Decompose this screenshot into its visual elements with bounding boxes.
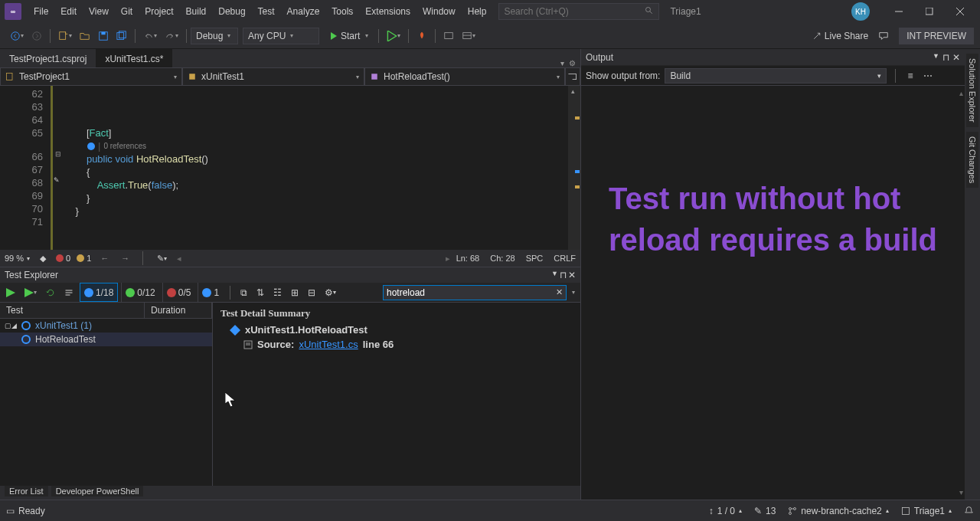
- code-editor[interactable]: 62636465 666768697071 ⊟ ✎ [Fact] |0 refe…: [0, 86, 580, 250]
- undo-button[interactable]: ▾: [139, 28, 161, 44]
- tab-xunittest[interactable]: xUnitTest1.cs*: [96, 49, 172, 67]
- line-ending[interactable]: CRLF: [554, 254, 576, 263]
- nav-class-dropdown[interactable]: xUnitTest1: [182, 67, 364, 86]
- start-debug-button[interactable]: Start▾: [324, 31, 374, 41]
- menu-test[interactable]: Test: [252, 0, 281, 23]
- status-bell-icon[interactable]: [964, 506, 974, 516]
- status-repo[interactable]: Triage1▴: [901, 506, 952, 516]
- nav-fwd-button[interactable]: [28, 28, 46, 44]
- clear-search-icon[interactable]: ✕: [556, 287, 563, 297]
- tab-error-list[interactable]: Error List: [5, 486, 48, 496]
- feedback-button[interactable]: [874, 28, 893, 44]
- platform-dropdown[interactable]: Any CPU: [243, 28, 319, 44]
- tab-overflow-icon[interactable]: ▾: [560, 59, 564, 67]
- menu-edit[interactable]: Edit: [54, 0, 83, 23]
- menu-file[interactable]: File: [28, 0, 54, 23]
- col-duration[interactable]: Duration: [145, 303, 212, 318]
- codelens-refs[interactable]: 0 references: [103, 139, 146, 152]
- menu-view[interactable]: View: [83, 0, 115, 23]
- menu-debug[interactable]: Debug: [212, 0, 251, 23]
- nav-split-button[interactable]: ⫎: [565, 67, 580, 86]
- nav-member-dropdown[interactable]: HotReloadTest(): [364, 67, 565, 86]
- count-fail[interactable]: 0/5: [178, 287, 191, 298]
- tab-settings-icon[interactable]: ⚙: [569, 59, 576, 67]
- count-notrun[interactable]: 1: [214, 287, 219, 298]
- menu-extensions[interactable]: Extensions: [359, 0, 416, 23]
- test-search-input[interactable]: [387, 287, 556, 298]
- rail-solution-explorer[interactable]: Solution Explorer: [966, 54, 978, 127]
- next-issue-button[interactable]: →: [118, 254, 132, 263]
- global-search-input[interactable]: [504, 6, 645, 17]
- menu-help[interactable]: Help: [462, 0, 493, 23]
- tab-csproj[interactable]: TestProject1.csproj: [0, 49, 96, 67]
- output-scroll-down[interactable]: ▾: [959, 488, 963, 496]
- start-without-debug-button[interactable]: ▾: [383, 28, 404, 44]
- tab-dev-powershell[interactable]: Developer PowerShell: [51, 486, 144, 496]
- te-group-button[interactable]: ☷: [270, 286, 285, 300]
- close-button[interactable]: [945, 0, 975, 23]
- tree-root[interactable]: ▢◢ xUnitTest1 (1): [0, 319, 212, 333]
- menu-build[interactable]: Build: [180, 0, 213, 23]
- global-search[interactable]: [498, 3, 659, 20]
- save-button[interactable]: [94, 28, 113, 44]
- menu-window[interactable]: Window: [416, 0, 462, 23]
- config-dropdown[interactable]: Debug: [191, 28, 238, 44]
- code-area[interactable]: [Fact] |0 references public void HotRelo…: [64, 86, 568, 250]
- playlist-button[interactable]: [61, 287, 77, 299]
- int-preview-badge[interactable]: INT PREVIEW: [899, 28, 974, 44]
- menu-analyze[interactable]: Analyze: [281, 0, 326, 23]
- run-all-button[interactable]: [3, 287, 18, 299]
- output-clear-button[interactable]: ≡: [904, 69, 916, 83]
- live-share-button[interactable]: Live Share: [812, 31, 868, 41]
- te-filter-button[interactable]: ⇅: [253, 286, 267, 300]
- menu-tools[interactable]: Tools: [325, 0, 359, 23]
- count-pass[interactable]: 0/12: [137, 287, 155, 298]
- open-button[interactable]: [76, 28, 94, 44]
- output-body[interactable]: ▴ Test run without hot reload requires a…: [581, 86, 965, 500]
- output-scroll-up[interactable]: ▴: [959, 89, 963, 97]
- new-item-button[interactable]: ▾: [54, 28, 76, 44]
- rail-git-changes[interactable]: Git Changes: [966, 132, 978, 188]
- status-selection[interactable]: ↕1 / 0▴: [709, 506, 742, 516]
- maximize-button[interactable]: [914, 0, 945, 23]
- nav-project-dropdown[interactable]: TestProject1: [0, 67, 182, 86]
- menu-git[interactable]: Git: [115, 0, 139, 23]
- tree-item-hotreloadtest[interactable]: HotReloadTest: [0, 333, 212, 346]
- panel-dropdown-icon[interactable]: ▼: [551, 270, 558, 280]
- hot-reload-button[interactable]: [413, 28, 431, 44]
- menu-project[interactable]: Project: [139, 0, 179, 23]
- panel-close-icon[interactable]: ✕: [568, 270, 576, 280]
- nav-back-button[interactable]: ▾: [6, 28, 28, 44]
- codelens-icon[interactable]: [87, 143, 95, 150]
- source-file-link[interactable]: xUnitTest1.cs: [299, 339, 358, 350]
- prev-issue-button[interactable]: ←: [97, 254, 112, 263]
- output-pin-icon[interactable]: ⊓: [942, 52, 949, 63]
- zoom-level[interactable]: 99 %: [5, 254, 30, 263]
- editor-scrollbar[interactable]: ▴: [568, 86, 580, 250]
- panel-pin-icon[interactable]: ⊓: [560, 270, 567, 280]
- save-all-button[interactable]: [113, 28, 131, 44]
- indent-mode[interactable]: SPC: [526, 254, 544, 263]
- minimize-button[interactable]: [884, 0, 914, 23]
- output-close-icon[interactable]: ✕: [952, 52, 960, 63]
- test-search-box[interactable]: ✕: [383, 285, 567, 300]
- status-char[interactable]: ✎13: [754, 506, 776, 516]
- run-button[interactable]: ▾: [21, 287, 40, 299]
- count-total[interactable]: 1/18: [96, 287, 113, 298]
- output-source-dropdown[interactable]: Build: [665, 68, 887, 84]
- repeat-button[interactable]: [43, 287, 58, 299]
- output-dropdown-icon[interactable]: ▼: [933, 52, 939, 63]
- te-settings-button[interactable]: ⚙▾: [322, 286, 339, 300]
- redo-button[interactable]: ▾: [161, 28, 182, 44]
- tb-extra-2[interactable]: ▾: [458, 28, 479, 44]
- te-view-button[interactable]: ⧉: [237, 286, 250, 300]
- avatar[interactable]: KH: [851, 2, 870, 21]
- issues-icon[interactable]: ◆: [36, 251, 50, 266]
- te-expand-button[interactable]: ⊞: [288, 286, 302, 300]
- status-branch[interactable]: new-branch-cache2▴: [788, 506, 888, 516]
- col-test[interactable]: Test: [0, 303, 145, 318]
- output-wrap-button[interactable]: ⋯: [920, 69, 936, 83]
- te-collapse-button[interactable]: ⊟: [305, 286, 318, 300]
- tb-extra-1[interactable]: [439, 28, 458, 44]
- track-changes-icon[interactable]: ✎▾: [153, 251, 171, 266]
